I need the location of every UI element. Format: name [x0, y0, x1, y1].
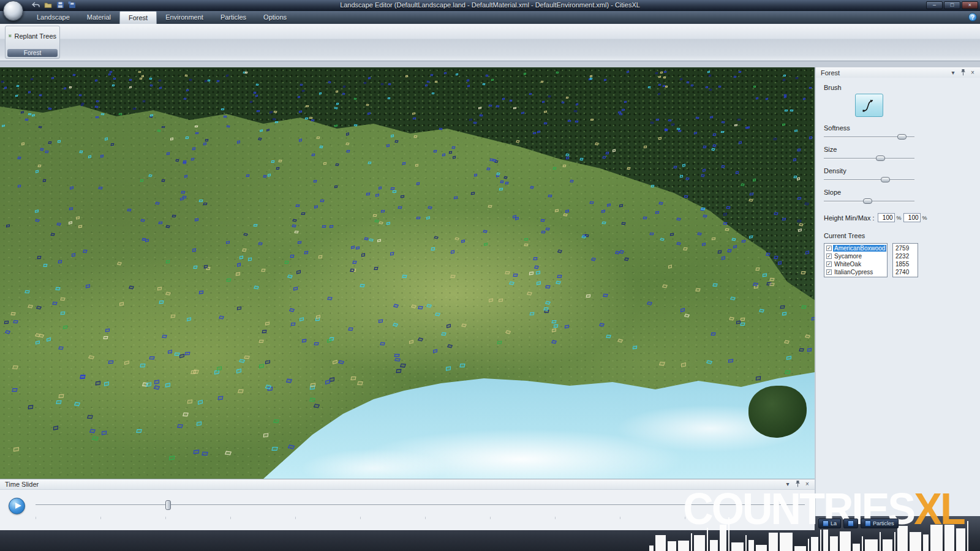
- forest-panel-header: Forest ▾ ×: [816, 67, 980, 78]
- tree-count: 2759: [894, 244, 917, 252]
- ribbon-tab-row: LandscapeMaterialForestEnvironmentPartic…: [0, 11, 980, 24]
- time-slider-ticks: [36, 517, 805, 519]
- tree-count: 1855: [894, 260, 917, 268]
- slope-slider[interactable]: [824, 197, 914, 206]
- tree-count-list: 2759223218552740: [892, 243, 918, 277]
- forest-panel-body: Brush Softness Size Density: [816, 78, 980, 277]
- tab-environment[interactable]: Environment: [157, 11, 212, 24]
- brush-curve-icon: [860, 97, 878, 114]
- tab-particles[interactable]: Particles: [212, 11, 255, 24]
- tree-checkbox[interactable]: ✓: [826, 269, 832, 275]
- close-panel-icon[interactable]: ×: [968, 69, 978, 77]
- tree-checkbox[interactable]: ✓: [826, 261, 832, 267]
- tree-name: Sycamore: [833, 253, 886, 260]
- docked-tab-icon: [823, 520, 829, 527]
- time-slider-panel: Time Slider ▾ ×: [0, 479, 815, 530]
- window-buttons: – □ ×: [926, 1, 978, 9]
- tree-name: WhiteOak: [833, 261, 886, 268]
- tree-checkbox[interactable]: ✓: [826, 246, 832, 251]
- density-label: Density: [824, 167, 914, 174]
- tree-count: 2232: [894, 252, 917, 260]
- minimize-button[interactable]: –: [926, 1, 943, 9]
- tab-landscape[interactable]: Landscape: [28, 11, 78, 24]
- window-title: Landscape Editor (DefaultLandscape.land …: [123, 1, 858, 9]
- play-icon: [15, 503, 21, 509]
- tree-name: AmericanBoxwood: [833, 245, 886, 252]
- height-min-field[interactable]: [878, 213, 895, 222]
- softness-slider-group: Softness: [824, 124, 914, 141]
- size-slider[interactable]: [824, 154, 914, 163]
- play-button[interactable]: [9, 498, 25, 514]
- height-minmax-label: Height Min/Max :: [824, 214, 875, 222]
- help-icon[interactable]: ?: [968, 13, 977, 21]
- replant-trees-button[interactable]: Replant Trees: [7, 30, 58, 42]
- tree-name: ItalianCypress: [833, 269, 886, 276]
- tab-options[interactable]: Options: [255, 11, 295, 24]
- ribbon-tabs: LandscapeMaterialForestEnvironmentPartic…: [28, 11, 295, 24]
- softness-label: Softness: [824, 124, 914, 132]
- ribbon-body: Replant Trees Forest: [0, 24, 980, 61]
- slider-thumb[interactable]: [897, 134, 907, 140]
- viewport-3d[interactable]: [0, 67, 815, 479]
- height-minmax-row: Height Min/Max : % %: [824, 213, 928, 222]
- docked-tab-icon: [848, 520, 854, 527]
- save-all-icon[interactable]: [68, 1, 76, 9]
- tab-forest[interactable]: Forest: [119, 11, 157, 24]
- tree-markers: [0, 67, 815, 479]
- pin-icon[interactable]: [958, 69, 968, 77]
- tree-list[interactable]: ✓AmericanBoxwood✓Sycamore✓WhiteOak✓Itali…: [824, 243, 888, 277]
- tree-count: 2740: [894, 268, 917, 276]
- docked-tab-label: Particles: [873, 520, 894, 527]
- save-icon[interactable]: [56, 1, 64, 9]
- close-panel-icon[interactable]: ×: [802, 480, 812, 489]
- time-slider-groove: [36, 504, 805, 506]
- slider-thumb[interactable]: [876, 156, 885, 161]
- pin-icon[interactable]: [793, 480, 802, 489]
- slider-groove: [824, 158, 914, 159]
- slider-groove: [824, 179, 914, 181]
- tree-list-item[interactable]: ✓WhiteOak: [825, 260, 886, 268]
- time-slider-content: [0, 490, 815, 530]
- height-min-unit: %: [897, 215, 902, 221]
- slider-thumb[interactable]: [863, 198, 872, 204]
- density-slider[interactable]: [824, 176, 914, 184]
- open-icon[interactable]: [44, 1, 53, 9]
- ribbon-group-label: Forest: [7, 49, 58, 57]
- current-trees-section: ✓AmericanBoxwood✓Sycamore✓WhiteOak✓Itali…: [824, 243, 980, 277]
- density-slider-group: Density: [824, 167, 914, 184]
- undo-icon[interactable]: [32, 1, 40, 9]
- time-slider-track[interactable]: [36, 500, 805, 511]
- application-menu-orb[interactable]: [3, 1, 23, 21]
- maximize-button[interactable]: □: [944, 1, 960, 9]
- time-slider-thumb[interactable]: [165, 500, 171, 510]
- chevron-down-icon[interactable]: ▾: [948, 69, 958, 77]
- tree-list-item[interactable]: ✓AmericanBoxwood: [825, 244, 886, 252]
- docked-tab-la[interactable]: La: [818, 519, 841, 528]
- height-max-unit: %: [922, 215, 927, 221]
- ribbon-group-forest: Replant Trees Forest: [5, 26, 60, 59]
- docked-tab-icon: [865, 520, 871, 527]
- time-slider-header: Time Slider ▾ ×: [0, 479, 815, 490]
- docked-tab[interactable]: [843, 519, 858, 528]
- quick-access-toolbar: [32, 1, 76, 9]
- size-slider-group: Size: [824, 146, 914, 163]
- tree-list-item[interactable]: ✓ItalianCypress: [825, 268, 886, 276]
- brush-shape-button[interactable]: [855, 94, 883, 117]
- close-button[interactable]: ×: [962, 1, 978, 9]
- docked-tab-particles[interactable]: Particles: [861, 519, 899, 528]
- slider-thumb[interactable]: [881, 177, 890, 182]
- brush-label: Brush: [824, 84, 980, 91]
- forest-panel-title: Forest: [821, 69, 948, 77]
- chevron-down-icon[interactable]: ▾: [783, 480, 793, 489]
- time-slider-title: Time Slider: [5, 481, 783, 488]
- tree-list-item[interactable]: ✓Sycamore: [825, 252, 886, 260]
- tab-material[interactable]: Material: [78, 11, 119, 24]
- softness-slider[interactable]: [824, 133, 914, 141]
- replant-trees-label: Replant Trees: [15, 32, 56, 40]
- replant-trees-icon: [9, 31, 12, 40]
- forest-panel: Forest ▾ × Brush Softness Size: [816, 67, 980, 516]
- height-max-field[interactable]: [903, 213, 921, 222]
- tree-checkbox[interactable]: ✓: [826, 253, 832, 259]
- current-trees-label: Current Trees: [824, 232, 980, 239]
- docked-window-tabs: LaParticles: [818, 519, 899, 528]
